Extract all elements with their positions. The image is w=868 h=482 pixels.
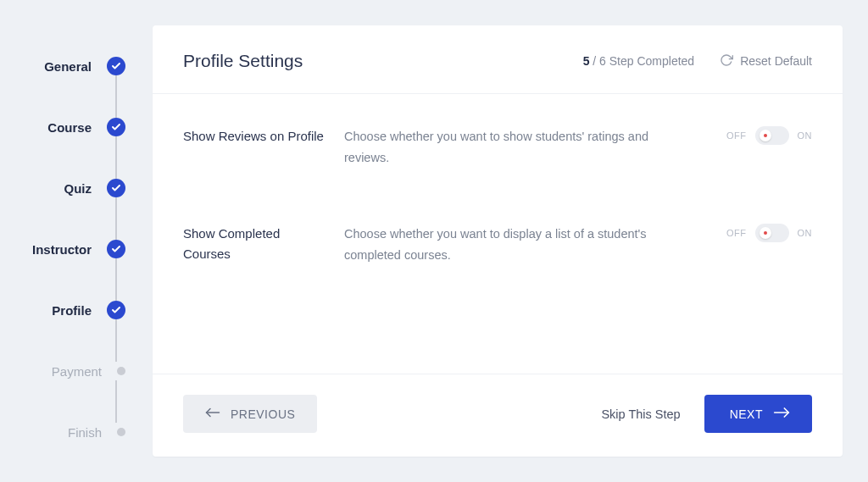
- dot-icon: [117, 428, 125, 436]
- footer-right: Skip This Step Next: [601, 395, 812, 433]
- toggle-on-label: ON: [798, 228, 813, 238]
- step-label: Finish: [68, 425, 102, 440]
- toggle-on-label: ON: [798, 130, 813, 141]
- step-label: Profile: [52, 303, 92, 318]
- panel-body: Show Reviews on Profile Choose whether y…: [153, 94, 843, 374]
- connector-line: [115, 258, 117, 301]
- check-icon: [107, 240, 125, 258]
- setting-label: Show Completed Courses: [183, 224, 344, 264]
- wizard-stepper: General Course Quiz Instructor: [0, 25, 153, 457]
- check-icon: [107, 57, 125, 75]
- check-icon: [107, 179, 125, 197]
- step-label: Quiz: [64, 181, 92, 196]
- settings-panel: Profile Settings 5 / 6 Step Completed Re…: [153, 25, 843, 457]
- setting-row-show-completed: Show Completed Courses Choose whether yo…: [183, 198, 812, 296]
- step-progress-text: 5 / 6 Step Completed: [583, 54, 695, 68]
- panel-footer: Previous Skip This Step Next: [153, 374, 843, 457]
- setting-description: Choose whether you want to show students…: [344, 126, 693, 168]
- setting-control: OFF ON: [693, 224, 812, 242]
- reset-label: Reset Default: [740, 54, 812, 68]
- connector-line: [115, 197, 117, 240]
- step-label: Course: [47, 120, 92, 135]
- header-controls: 5 / 6 Step Completed Reset Default: [583, 53, 812, 69]
- reset-icon: [720, 53, 733, 69]
- connector-line: [115, 75, 117, 118]
- toggle-show-completed[interactable]: [755, 224, 789, 242]
- setting-row-show-reviews: Show Reviews on Profile Choose whether y…: [183, 101, 812, 198]
- step-instructor[interactable]: Instructor: [0, 219, 153, 280]
- toggle-knob-icon: [760, 227, 771, 239]
- check-icon: [107, 301, 125, 319]
- step-label: Payment: [52, 364, 102, 379]
- setting-description: Choose whether you want to display a lis…: [344, 224, 693, 265]
- dot-icon: [117, 367, 125, 375]
- toggle-off-label: OFF: [726, 130, 747, 141]
- step-label: General: [44, 59, 92, 74]
- toggle-off-label: OFF: [726, 228, 747, 238]
- active-pointer-icon: [153, 300, 163, 320]
- toggle-show-reviews[interactable]: [755, 126, 789, 145]
- step-payment[interactable]: Payment: [0, 341, 153, 402]
- page-title: Profile Settings: [183, 51, 303, 71]
- connector-line: [115, 136, 117, 179]
- toggle-knob-icon: [760, 130, 771, 141]
- step-finish[interactable]: Finish: [0, 402, 153, 463]
- previous-button[interactable]: Previous: [183, 395, 317, 433]
- total-step-text: / 6 Step Completed: [589, 54, 694, 68]
- arrow-left-icon: [205, 407, 220, 421]
- step-profile[interactable]: Profile: [0, 280, 153, 341]
- skip-step-link[interactable]: Skip This Step: [601, 407, 680, 421]
- step-course[interactable]: Course: [0, 97, 153, 158]
- arrow-right-icon: [773, 407, 790, 421]
- next-button[interactable]: Next: [704, 395, 812, 433]
- setting-control: OFF ON: [693, 126, 812, 145]
- connector-line: [115, 380, 117, 423]
- next-label: Next: [730, 407, 763, 421]
- step-general[interactable]: General: [0, 36, 153, 97]
- previous-label: Previous: [231, 407, 295, 421]
- reset-default-button[interactable]: Reset Default: [720, 53, 812, 69]
- connector-line: [115, 319, 117, 362]
- panel-header: Profile Settings 5 / 6 Step Completed Re…: [153, 25, 843, 94]
- step-label: Instructor: [32, 242, 92, 257]
- check-icon: [107, 118, 125, 136]
- setting-label: Show Reviews on Profile: [183, 126, 344, 147]
- step-quiz[interactable]: Quiz: [0, 158, 153, 219]
